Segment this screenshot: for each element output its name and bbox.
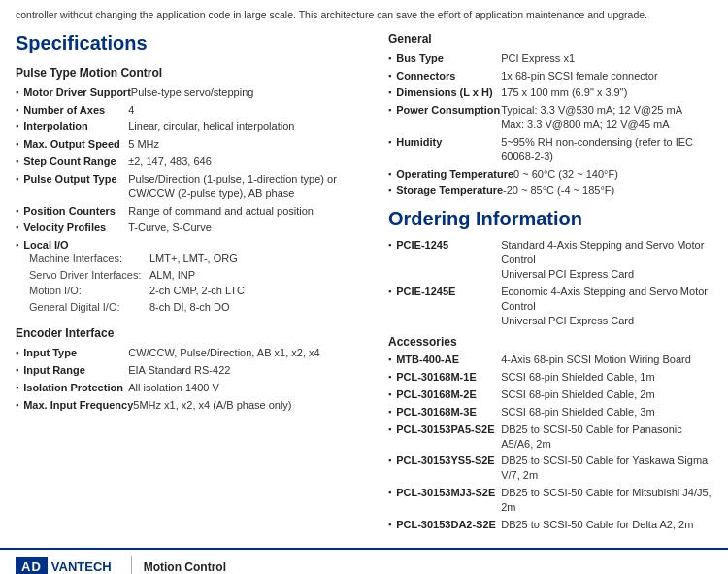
list-item: Connectors 1x 68-pin SCSI female connect… — [388, 69, 712, 84]
list-item: Power Consumption Typical: 3.3 V@530 mA;… — [388, 103, 712, 132]
sub-value: LMT+, LMT-, ORG — [149, 251, 238, 267]
list-item: Bus Type PCI Express x1 — [388, 51, 712, 66]
list-item: Isolation Protection All isolation 1400 … — [16, 381, 365, 395]
sub-label: Servo Driver Interfaces: — [29, 267, 146, 284]
list-item: General Digital I/O: 8-ch DI, 8-ch DO — [29, 299, 365, 316]
spec-value: 175 x 100 mm (6.9" x 3.9") — [501, 85, 627, 100]
spec-value: SCSI 68-pin Shielded Cable, 1m — [501, 370, 654, 385]
ordering-title: Ordering Information — [388, 208, 712, 230]
spec-label: Max. Input Frequency — [23, 398, 133, 413]
logo-advantech-prefix: AD — [16, 557, 48, 574]
spec-label: Input Range — [23, 363, 128, 378]
spec-label: Motor Driver Support — [23, 85, 131, 100]
spec-value: CW/CCW, Pulse/Direction, AB x1, x2, x4 — [128, 346, 319, 360]
spec-value: 1x 68-pin SCSI female connector — [501, 69, 657, 84]
list-item: PCL-30153YS5-S2E DB25 to SCSI-50 Cable f… — [388, 454, 712, 483]
list-item: PCL-30153MJ3-S2E DB25 to SCSI-50 Cable f… — [388, 486, 712, 515]
list-item: Interpolation Linear, circular, helical … — [16, 119, 365, 134]
list-item: Number of Axes 4 — [16, 103, 365, 118]
sub-label: Machine Interfaces: — [29, 251, 146, 267]
list-item: Storage Temperature -20 ~ 85°C (-4 ~ 185… — [388, 184, 712, 198]
spec-value: DB25 to SCSI-50 Cable for Panasonic A5/A… — [501, 422, 712, 452]
spec-value: Pulse-type servo/stepping — [131, 85, 254, 100]
list-item: Input Type CW/CCW, Pulse/Direction, AB x… — [16, 346, 365, 360]
list-item: Machine Interfaces: LMT+, LMT-, ORG — [29, 251, 365, 267]
spec-value: Economic 4-Axis Stepping and Servo Motor… — [501, 285, 712, 328]
spec-value: -20 ~ 85°C (-4 ~ 185°F) — [503, 184, 614, 198]
spec-label: Number of Axes — [23, 103, 128, 118]
list-item: Servo Driver Interfaces: ALM, INP — [29, 267, 365, 284]
spec-label: PCL-30153PA5-S2E — [396, 422, 501, 437]
spec-label: Step Count Range — [23, 154, 128, 169]
spec-label: Input Type — [23, 346, 128, 360]
spec-value: Linear, circular, helical interpolation — [128, 119, 294, 134]
spec-value: DB25 to SCSI-50 Cable for Yaskawa Sigma … — [501, 454, 712, 483]
spec-label: MTB-400-AE — [396, 353, 501, 367]
spec-value: 5MHz x1, x2, x4 (A/B phase only) — [133, 398, 291, 413]
top-description: controller without changing the applicat… — [0, 0, 728, 26]
list-item: Dimensions (L x H) 175 x 100 mm (6.9" x … — [388, 85, 712, 100]
spec-value: PCI Express x1 — [501, 51, 575, 66]
list-item: Pulse Output Type Pulse/Direction (1-pul… — [16, 172, 365, 201]
spec-value: 5 MHz — [128, 137, 159, 152]
spec-label: PCL-30168M-3E — [396, 405, 501, 420]
list-item: PCIE-1245E Economic 4-Axis Stepping and … — [388, 285, 712, 328]
spec-label: PCL-30153MJ3-S2E — [396, 486, 501, 500]
ordering-list: PCIE-1245 Standard 4-Axis Stepping and S… — [388, 238, 712, 327]
spec-value: 4-Axis 68-pin SCSI Motion Wiring Board — [501, 353, 691, 367]
spec-value: DB25 to SCSI-50 Cable for Delta A2, 2m — [501, 518, 693, 532]
spec-value: 0 ~ 60°C (32 ~ 140°F) — [513, 167, 618, 182]
pulse-type-list: Motor Driver Support Pulse-type servo/st… — [16, 85, 365, 236]
spec-label: Power Consumption — [396, 103, 501, 118]
spec-label: Isolation Protection — [23, 381, 128, 395]
spec-value: 5~95% RH non-condensing (refer to IEC 60… — [501, 135, 712, 164]
pulse-type-heading: Pulse Type Motion Control — [16, 66, 365, 80]
local-io-sub: Machine Interfaces: LMT+, LMT-, ORG Serv… — [16, 251, 365, 315]
spec-value: SCSI 68-pin Shielded Cable, 2m — [501, 388, 654, 402]
left-column: Specifications Pulse Type Motion Control… — [16, 32, 365, 536]
spec-label: Max. Output Speed — [23, 137, 128, 152]
spec-label: Connectors — [396, 69, 501, 84]
spec-value: Standard 4-Axis Stepping and Servo Motor… — [501, 238, 712, 282]
encoder-heading: Encoder Interface — [16, 326, 365, 340]
spec-label: PCL-30153YS5-S2E — [396, 454, 501, 468]
sub-value: 8-ch DI, 8-ch DO — [149, 299, 230, 316]
encoder-list: Input Type CW/CCW, Pulse/Direction, AB x… — [16, 346, 365, 412]
list-item: Velocity Profiles T-Curve, S-Curve — [16, 220, 365, 235]
list-item: PCL-30153PA5-S2E DB25 to SCSI-50 Cable f… — [388, 422, 712, 452]
footer-divider — [131, 556, 132, 574]
footer: ADVANTECH Motion Control — [0, 548, 728, 574]
list-item: PCIE-1245 Standard 4-Axis Stepping and S… — [388, 238, 712, 282]
spec-label: Position Counters — [23, 204, 128, 219]
accessories-heading: Accessories — [388, 335, 712, 349]
spec-value: Range of command and actual position — [128, 204, 314, 219]
spec-label: Pulse Output Type — [23, 172, 128, 186]
accessories-list: MTB-400-AE 4-Axis 68-pin SCSI Motion Wir… — [388, 353, 712, 531]
spec-label: PCIE-1245 — [396, 238, 501, 253]
local-io-label: Local I/O — [23, 239, 68, 251]
spec-label: Operating Temperature — [396, 167, 513, 182]
spec-label: PCL-30168M-1E — [396, 370, 501, 385]
spec-label: PCL-30153DA2-S2E — [396, 518, 501, 532]
sub-label: Motion I/O: — [29, 283, 146, 299]
list-item: PCL-30168M-1E SCSI 68-pin Shielded Cable… — [388, 370, 712, 385]
spec-value: ±2, 147, 483, 646 — [128, 154, 212, 169]
spec-value: Typical: 3.3 V@530 mA; 12 V@25 mAMax: 3.… — [501, 103, 682, 132]
spec-label: PCIE-1245E — [396, 285, 501, 299]
list-item: Motion I/O: 2-ch CMP, 2-ch LTC — [29, 283, 365, 299]
spec-label: Storage Temperature — [396, 184, 503, 198]
sub-value: ALM, INP — [149, 267, 195, 284]
list-item: MTB-400-AE 4-Axis 68-pin SCSI Motion Wir… — [388, 353, 712, 367]
main-content: Specifications Pulse Type Motion Control… — [0, 26, 728, 536]
spec-value: EIA Standard RS-422 — [128, 363, 230, 378]
spec-value: All isolation 1400 V — [128, 381, 219, 395]
list-item: Humidity 5~95% RH non-condensing (refer … — [388, 135, 712, 164]
spec-label: Velocity Profiles — [23, 220, 128, 235]
right-column: General Bus Type PCI Express x1 Connecto… — [388, 32, 712, 536]
logo-advantech-suffix: VANTECH — [48, 557, 116, 574]
list-item: PCL-30153DA2-S2E DB25 to SCSI-50 Cable f… — [388, 518, 712, 532]
list-item: Step Count Range ±2, 147, 483, 646 — [16, 154, 365, 169]
list-item: Max. Output Speed 5 MHz — [16, 137, 365, 152]
list-item: Input Range EIA Standard RS-422 — [16, 363, 365, 378]
footer-logo: ADVANTECH — [16, 557, 116, 574]
